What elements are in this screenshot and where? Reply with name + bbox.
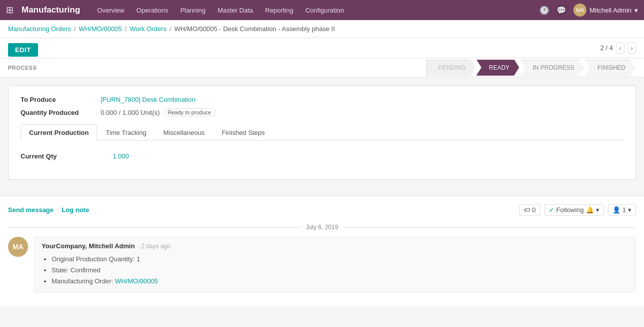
date-text: July 6, 2019 bbox=[306, 224, 339, 231]
tab-finished-steps[interactable]: Finished Steps bbox=[213, 124, 273, 140]
nav-master-data[interactable]: Master Data bbox=[213, 4, 258, 17]
to-produce-name[interactable]: Desk Combination bbox=[142, 96, 195, 103]
avatar: MA bbox=[573, 4, 586, 17]
followers-button[interactable]: 👤 1 ▾ bbox=[608, 204, 636, 216]
following-label: Following bbox=[556, 206, 584, 214]
pager: 2 / 4 ‹ › bbox=[600, 42, 636, 58]
following-button[interactable]: ✓ Following 🔔 ▾ bbox=[544, 204, 604, 216]
breadcrumb-manufacturing-orders[interactable]: Manufacturing Orders bbox=[8, 25, 71, 33]
message-body: YourCompany, Mitchell Admin · 2 days ago… bbox=[34, 237, 636, 292]
chevron-down-icon-2: ▾ bbox=[628, 206, 631, 214]
message-avatar: MA bbox=[8, 237, 28, 257]
main-content: To Produce [FURN_7800] Desk Combination … bbox=[0, 77, 644, 196]
tag-count: 0 bbox=[532, 206, 536, 214]
nav-planning[interactable]: Planning bbox=[175, 4, 211, 17]
mo-link[interactable]: WH/MO/00005 bbox=[115, 277, 158, 285]
quantity-value: 0.000 / 1.000 Unit(s) bbox=[101, 109, 160, 116]
tag-icon: 🏷 bbox=[524, 206, 530, 214]
to-produce-code[interactable]: [FURN_7800] bbox=[101, 96, 140, 103]
breadcrumb-current: WH/MO/00005 - Desk Combination - Assembl… bbox=[174, 25, 335, 33]
breadcrumb-work-orders[interactable]: Work Orders bbox=[130, 25, 166, 33]
status-in-progress[interactable]: IN PROGRESS bbox=[520, 60, 584, 76]
breadcrumb: Manufacturing Orders / WH/MO/00005 / Wor… bbox=[0, 20, 644, 38]
action-bar: EDIT 2 / 4 ‹ › bbox=[0, 38, 644, 58]
status-bar: PROCESS PENDING READY IN PROGRESS FINISH… bbox=[0, 58, 644, 77]
to-produce-row: To Produce [FURN_7800] Desk Combination bbox=[21, 96, 623, 103]
apps-icon[interactable]: ⊞ bbox=[6, 5, 14, 16]
nav-operations[interactable]: Operations bbox=[131, 4, 173, 17]
check-icon: ✓ bbox=[549, 206, 554, 214]
pager-text: 2 / 4 bbox=[600, 44, 613, 52]
tag-button[interactable]: 🏷 0 bbox=[519, 204, 540, 216]
message-list: Original Production Quantity: 1 State: C… bbox=[42, 254, 628, 287]
chat-icon[interactable]: 💬 bbox=[556, 6, 566, 15]
chevron-down-icon: ▾ bbox=[596, 206, 599, 214]
chevron-down-icon: ▾ bbox=[634, 7, 638, 14]
tabs: Current Production Time Tracking Miscell… bbox=[21, 124, 623, 140]
log-note-button[interactable]: Log note bbox=[62, 206, 89, 214]
tab-content-current-production: Current Qty 1.000 bbox=[21, 148, 623, 169]
breadcrumb-mo-number[interactable]: WH/MO/00005 bbox=[79, 25, 122, 33]
list-item-mo: Manufacturing Order: WH/MO/00005 bbox=[52, 276, 628, 287]
quantity-label: Quantity Produced bbox=[21, 109, 101, 116]
clock-icon[interactable]: 🕐 bbox=[539, 6, 549, 15]
current-qty-label: Current Qty bbox=[21, 152, 101, 160]
brand-name: Manufacturing bbox=[22, 5, 80, 15]
status-finished[interactable]: FINISHED bbox=[585, 60, 635, 76]
tab-time-tracking[interactable]: Time Tracking bbox=[97, 124, 155, 140]
nav-configuration[interactable]: Configuration bbox=[300, 4, 349, 17]
user-menu[interactable]: MA Mitchell Admin ▾ bbox=[573, 4, 638, 17]
user-count: 1 bbox=[622, 206, 626, 214]
next-arrow[interactable]: › bbox=[627, 42, 636, 54]
chatter-actions: Send message Log note 🏷 0 ✓ Following 🔔 … bbox=[8, 204, 636, 216]
message-time: · 2 days ago bbox=[138, 243, 170, 250]
send-message-button[interactable]: Send message bbox=[8, 206, 54, 214]
user-icon: 👤 bbox=[612, 206, 620, 214]
chatter-right: 🏷 0 ✓ Following 🔔 ▾ 👤 1 ▾ bbox=[519, 204, 636, 216]
to-produce-label: To Produce bbox=[21, 96, 101, 103]
breadcrumb-sep-1: / bbox=[74, 25, 76, 33]
breadcrumb-sep-2: / bbox=[125, 25, 127, 33]
topbar-right: 🕐 💬 MA Mitchell Admin ▾ bbox=[539, 4, 638, 17]
nav-overview[interactable]: Overview bbox=[92, 4, 129, 17]
user-name: Mitchell Admin bbox=[589, 7, 631, 14]
ready-badge: Ready to produce bbox=[164, 108, 215, 116]
message-header: YourCompany, Mitchell Admin · 2 days ago bbox=[42, 242, 628, 250]
prev-arrow[interactable]: ‹ bbox=[616, 42, 624, 54]
top-nav: Overview Operations Planning Master Data… bbox=[92, 4, 531, 17]
tab-miscellaneous[interactable]: Miscellaneous bbox=[155, 124, 213, 140]
quantity-row: Quantity Produced 0.000 / 1.000 Unit(s) … bbox=[21, 108, 623, 116]
topbar: ⊞ Manufacturing Overview Operations Plan… bbox=[0, 0, 644, 20]
edit-button[interactable]: EDIT bbox=[8, 43, 38, 57]
status-steps: PENDING READY IN PROGRESS FINISHED bbox=[426, 60, 636, 76]
date-divider: July 6, 2019 bbox=[8, 224, 636, 231]
process-label: PROCESS bbox=[8, 65, 37, 71]
bell-icon: 🔔 bbox=[586, 206, 594, 214]
current-qty-value: 1.000 bbox=[113, 152, 129, 160]
status-ready[interactable]: READY bbox=[476, 60, 519, 76]
message-item: MA YourCompany, Mitchell Admin · 2 days … bbox=[8, 237, 636, 292]
list-item-state: State: Confirmed bbox=[52, 265, 628, 276]
message-author: YourCompany, Mitchell Admin bbox=[42, 242, 135, 250]
tab-current-production[interactable]: Current Production bbox=[21, 124, 97, 140]
form-card: To Produce [FURN_7800] Desk Combination … bbox=[8, 85, 636, 180]
nav-reporting[interactable]: Reporting bbox=[260, 4, 298, 17]
chatter: Send message Log note 🏷 0 ✓ Following 🔔 … bbox=[0, 196, 644, 306]
list-item-original-qty: Original Production Quantity: 1 bbox=[52, 254, 628, 265]
current-qty-row: Current Qty 1.000 bbox=[21, 152, 623, 160]
breadcrumb-sep-3: / bbox=[169, 25, 171, 33]
status-pending[interactable]: PENDING bbox=[426, 60, 476, 76]
